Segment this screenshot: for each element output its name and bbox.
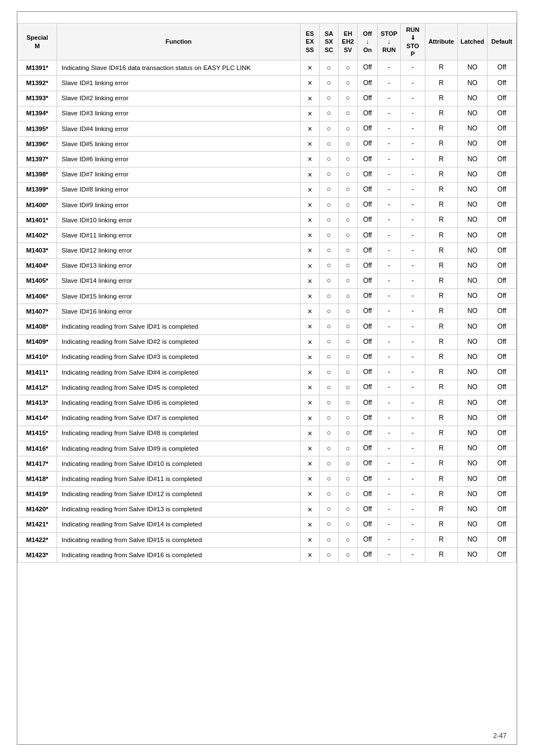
cell-run: - — [400, 167, 425, 182]
cell-default: Off — [488, 243, 517, 258]
cell-eh: ○ — [339, 197, 358, 212]
cell-function: Slave ID#11 linking error — [57, 228, 301, 243]
cell-attr: R — [425, 517, 457, 532]
cell-sa: ○ — [320, 426, 339, 441]
cell-sa: ○ — [320, 334, 339, 349]
cell-run: - — [400, 273, 425, 288]
cell-attr: R — [425, 60, 457, 76]
cell-default: Off — [488, 60, 517, 76]
cell-off: Off — [358, 380, 378, 395]
cell-off: Off — [358, 197, 378, 212]
table-row: M1419* Indicating reading from Salve ID#… — [18, 487, 517, 502]
cell-es: × — [301, 106, 320, 121]
cell-stop: - — [378, 182, 401, 197]
cell-run: - — [400, 137, 425, 152]
cell-attr: R — [425, 441, 457, 456]
cell-es: × — [301, 548, 320, 563]
cell-special-m: M1419* — [18, 487, 57, 502]
cell-function: Indicating reading from Salve ID#2 is co… — [57, 334, 301, 349]
cell-stop: - — [378, 213, 401, 228]
cell-off: Off — [358, 76, 378, 91]
cell-default: Off — [488, 182, 517, 197]
cell-stop: - — [378, 319, 401, 334]
cell-off: Off — [358, 410, 378, 426]
cell-run: - — [400, 228, 425, 243]
cell-stop: - — [378, 289, 401, 304]
cell-function: Indicating reading from Salve ID#8 is co… — [57, 426, 301, 441]
cell-run: - — [400, 213, 425, 228]
cell-latched: NO — [457, 548, 487, 563]
cell-stop: - — [378, 365, 401, 380]
table-row: M1398* Slave ID#7 linking error × ○ ○ Of… — [18, 167, 517, 182]
cell-function: Indicating reading from Salve ID#9 is co… — [57, 441, 301, 456]
table-row: M1415* Indicating reading from Salve ID#… — [18, 426, 517, 441]
cell-stop: - — [378, 380, 401, 395]
cell-special-m: M1417* — [18, 456, 57, 472]
cell-es: × — [301, 289, 320, 304]
cell-run: - — [400, 410, 425, 426]
cell-attr: R — [425, 213, 457, 228]
cell-latched: NO — [457, 502, 487, 517]
cell-eh: ○ — [339, 441, 358, 456]
cell-default: Off — [488, 91, 517, 106]
cell-default: Off — [488, 137, 517, 152]
cell-attr: R — [425, 182, 457, 197]
cell-off: Off — [358, 152, 378, 167]
cell-function: Indicating Slave ID#16 data transaction … — [57, 60, 301, 76]
header-sa-sx-sc: SASXSC — [320, 24, 339, 60]
cell-sa: ○ — [320, 487, 339, 502]
cell-run: - — [400, 91, 425, 106]
cell-eh: ○ — [339, 533, 358, 548]
cell-off: Off — [358, 517, 378, 532]
cell-off: Off — [358, 182, 378, 197]
cell-off: Off — [358, 441, 378, 456]
cell-es: × — [301, 228, 320, 243]
cell-special-m: M1391* — [18, 60, 57, 76]
cell-special-m: M1395* — [18, 121, 57, 136]
cell-stop: - — [378, 152, 401, 167]
cell-attr: R — [425, 228, 457, 243]
cell-attr: R — [425, 456, 457, 472]
cell-run: - — [400, 426, 425, 441]
cell-off: Off — [358, 334, 378, 349]
cell-eh: ○ — [339, 182, 358, 197]
cell-es: × — [301, 91, 320, 106]
table-row: M1402* Slave ID#11 linking error × ○ ○ O… — [18, 228, 517, 243]
cell-off: Off — [358, 548, 378, 563]
table-row: M1412* Indicating reading from Salve ID#… — [18, 380, 517, 395]
cell-es: × — [301, 167, 320, 182]
table-row: M1405* Slave ID#14 linking error × ○ ○ O… — [18, 273, 517, 288]
cell-special-m: M1422* — [18, 533, 57, 548]
cell-sa: ○ — [320, 395, 339, 410]
cell-off: Off — [358, 533, 378, 548]
table-row: M1421* Indicating reading from Salve ID#… — [18, 517, 517, 532]
cell-sa: ○ — [320, 182, 339, 197]
table-row: M1418* Indicating reading from Salve ID#… — [18, 472, 517, 487]
cell-run: - — [400, 106, 425, 121]
cell-sa: ○ — [320, 121, 339, 136]
cell-off: Off — [358, 243, 378, 258]
cell-latched: NO — [457, 182, 487, 197]
cell-latched: NO — [457, 137, 487, 152]
cell-function: Indicating reading from Salve ID#3 is co… — [57, 349, 301, 365]
table-row: M1407* Slave ID#16 linking error × ○ ○ O… — [18, 304, 517, 319]
cell-latched: NO — [457, 121, 487, 136]
cell-latched: NO — [457, 213, 487, 228]
cell-eh: ○ — [339, 121, 358, 136]
cell-latched: NO — [457, 197, 487, 212]
cell-run: - — [400, 60, 425, 76]
cell-latched: NO — [457, 395, 487, 410]
cell-stop: - — [378, 273, 401, 288]
cell-function: Indicating reading from Salve ID#7 is co… — [57, 410, 301, 426]
cell-off: Off — [358, 106, 378, 121]
cell-attr: R — [425, 380, 457, 395]
cell-stop: - — [378, 137, 401, 152]
header-attribute: Attribute — [425, 24, 457, 60]
table-row: M1408* Indicating reading from Salve ID#… — [18, 319, 517, 334]
cell-sa: ○ — [320, 289, 339, 304]
cell-attr: R — [425, 76, 457, 91]
cell-default: Off — [488, 106, 517, 121]
table-row: M1420* Indicating reading from Salve ID#… — [18, 502, 517, 517]
cell-stop: - — [378, 258, 401, 273]
cell-eh: ○ — [339, 152, 358, 167]
